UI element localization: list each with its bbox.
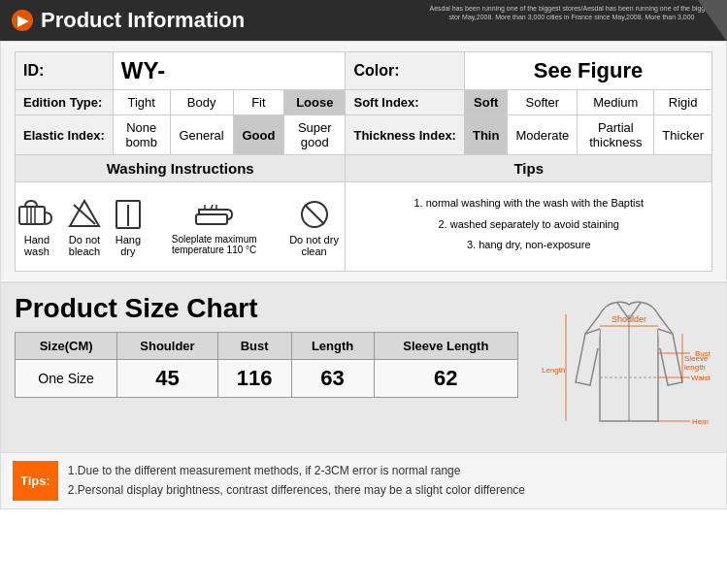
size-bust: 116 [217,359,291,397]
wash-icon-iron: Soleplate maximum temperature 110 °C [146,199,283,255]
wash-icons-row: Hand wash Do not bleach [16,189,345,263]
tips-content-cell: 1. normal washing with the wash with the… [346,182,712,272]
size-col-size: Size(CM) [16,332,117,359]
header: ▶ Product Information Aesdal has been ru… [0,0,727,41]
elastic-super: Super good [284,115,346,155]
soft-softer: Softer [508,90,578,115]
size-length: 63 [291,359,374,397]
table-row-edition: Edition Type: Tight Body Fit Loose Soft … [16,90,712,115]
thickness-partial: Partial thickness [578,115,654,155]
size-shoulder: 45 [117,359,217,397]
hang-dry-icon [115,199,142,230]
header-title: Product Information [41,8,245,33]
washing-icons-cell: Hand wash Do not bleach [16,182,346,272]
edition-body: Body [170,90,233,115]
color-value: See Figure [464,52,711,90]
soft-medium: Medium [578,90,654,115]
tips-section-title: Tips [346,155,712,182]
soft-rigid: Rigid [654,90,712,115]
size-col-sleeve: Sleeve Length [374,332,517,359]
header-icon: ▶ [12,10,33,31]
size-chart-diagram: Shoulder Bust Sleeve length Length Waist… [532,283,726,452]
diagram-sleeve-label: Sleeve [684,354,709,363]
header-small-text: Aesdal has been running one of the bigge… [426,4,717,21]
size-sleeve: 62 [374,359,517,397]
bottom-tips-bar: Tips: 1.Due to the different measurement… [0,453,727,509]
size-name: One Size [16,359,117,397]
edition-loose: Loose [284,90,346,115]
diagram-shoulder-label: Shoulder [611,314,646,324]
table-row-elastic: Elastic Index: None bomb General Good Su… [16,115,712,155]
thickness-label: Thickness Index: [346,115,464,155]
elastic-label: Elastic Index: [16,115,114,155]
color-label: Color: [346,52,464,90]
garment-svg: Shoulder Bust Sleeve length Length Waist… [532,283,726,452]
bottom-tips-label: Tips: [13,461,58,501]
tips-item-1: 1. normal washing with the wash with the… [361,195,696,212]
size-chart-left: Product Size Chart Size(CM) Shoulder Bus… [1,283,532,452]
thickness-moderate: Moderate [508,115,578,155]
soft-label: Soft Index: [346,90,464,115]
hang-dry-label: Hang dry [111,234,146,257]
size-chart-title: Product Size Chart [15,293,518,324]
table-row-id: ID: WY- Color: See Figure [16,52,712,90]
diagram-sleeve-label2: length [684,363,706,372]
svg-rect-8 [196,214,227,224]
soft-soft: Soft [464,90,507,115]
wash-icon-no-dry: Do not dry clean [283,199,346,257]
diagram-length-label: Length [542,366,565,375]
diagram-waist-label: Waist [691,374,710,382]
bottom-tip-1: 1.Due to the different measurement metho… [68,461,525,480]
edition-tight: Tight [113,90,170,115]
tips-item-3: 3. hang dry, non-exposure [361,237,696,254]
size-table-header-row: Size(CM) Shoulder Bust Length Sleeve Len… [16,332,518,359]
tips-item-2: 2. washed separately to avoid staining [361,216,696,234]
size-table: Size(CM) Shoulder Bust Length Sleeve Len… [15,332,518,398]
wash-icon-no-bleach: Do not bleach [58,199,111,257]
bottom-tip-2: 2.Personal display brightness, contrast … [68,480,525,500]
wash-icon-hang-dry: Hang dry [111,199,146,257]
wash-icon-handwash: Hand wash [16,199,58,257]
no-bleach-icon [68,199,101,230]
elastic-good: Good [233,115,283,155]
no-bleach-label: Do not bleach [58,234,111,257]
id-label: ID: [16,52,114,90]
edition-label: Edition Type: [16,90,114,115]
washing-section-title: Washing Instructions [16,155,346,182]
elastic-general: General [170,115,233,155]
bottom-tips-text: 1.Due to the different measurement metho… [68,461,525,501]
thickness-thin: Thin [464,115,507,155]
hand-wash-icon [17,199,56,230]
handwash-label: Hand wash [16,234,58,257]
elastic-none: None bomb [113,115,170,155]
diagram-hem-label: Hem [692,417,709,426]
size-col-shoulder: Shoulder [117,332,217,359]
product-info-table: ID: WY- Color: See Figure Edition Type: … [15,51,712,272]
no-dry-label: Do not dry clean [283,234,346,257]
header-triangle [698,0,727,42]
size-table-row: One Size 45 116 63 62 [16,359,518,397]
no-dry-icon [299,199,330,230]
table-row-washing-content: Hand wash Do not bleach [16,182,712,272]
edition-fit: Fit [233,90,283,115]
thickness-thicker: Thicker [654,115,712,155]
size-chart-section: Product Size Chart Size(CM) Shoulder Bus… [0,282,727,453]
iron-label: Soleplate maximum temperature 110 °C [146,234,283,255]
iron-icon [195,199,234,230]
product-info-section: ID: WY- Color: See Figure Edition Type: … [0,41,727,282]
table-row-washing-header: Washing Instructions Tips [16,155,712,182]
svg-line-13 [305,205,324,224]
size-col-length: Length [291,332,374,359]
id-value: WY- [113,52,346,90]
tips-list: 1. normal washing with the wash with the… [353,187,704,266]
svg-rect-0 [19,207,45,224]
size-col-bust: Bust [217,332,291,359]
